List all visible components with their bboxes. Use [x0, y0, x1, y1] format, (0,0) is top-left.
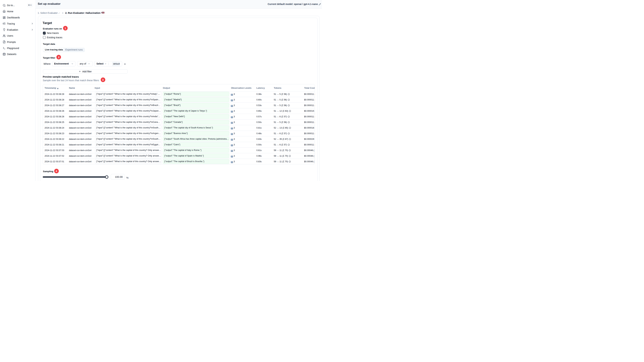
- svg-text:i: i: [232, 161, 232, 163]
- svg-text:i: i: [232, 99, 232, 101]
- svg-text:i: i: [232, 94, 232, 96]
- svg-text:i: i: [232, 144, 232, 146]
- svg-text:i: i: [232, 105, 232, 107]
- svg-text:i: i: [232, 139, 232, 141]
- svg-text:i: i: [232, 127, 232, 129]
- svg-text:i: i: [232, 150, 232, 152]
- svg-text:i: i: [232, 133, 232, 135]
- svg-text:i: i: [232, 156, 232, 157]
- svg-text:i: i: [232, 116, 232, 118]
- svg-text:i: i: [232, 122, 232, 124]
- svg-text:i: i: [232, 111, 232, 113]
